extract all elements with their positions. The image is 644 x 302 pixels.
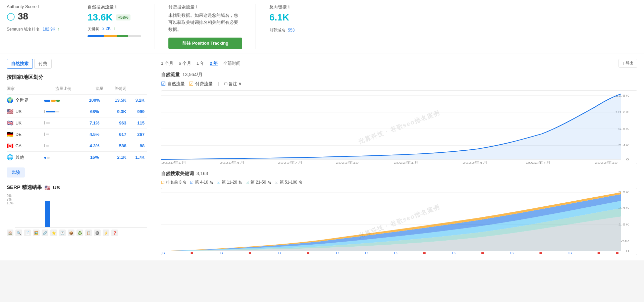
referring-domains-label: 引荐域名 xyxy=(269,28,285,33)
kw-check-4-10: ☑ xyxy=(190,180,194,185)
keywords-chart-area: 光算科技 · 谷歌seo排名案例 3.2K 2.4K 1.6K 792 0 xyxy=(161,188,637,255)
serp-icon-4[interactable]: 🔗 xyxy=(42,230,48,236)
divider-3 xyxy=(256,4,256,49)
traffic-pct-cell: 16% xyxy=(85,152,106,163)
svg-text:G: G xyxy=(336,251,339,255)
main-chart-legend: ☑ 自然流量 ☑ 付费流量 | □ 备注 ∨ xyxy=(161,81,637,87)
svg-text:■: ■ xyxy=(191,251,194,255)
tab-paid[interactable]: 付费 xyxy=(34,59,52,69)
svg-text:■: ■ xyxy=(597,251,600,255)
serp-icon-8[interactable]: ♻️ xyxy=(76,230,83,236)
keywords-count-cell: 999 xyxy=(129,106,147,117)
col-traffic: 流量 xyxy=(85,85,106,95)
keywords-header: 自然搜索关键词 3,163 xyxy=(161,171,637,177)
serp-icon-3[interactable]: 🖼️ xyxy=(33,230,40,236)
serp-icon-5[interactable]: ⭐ xyxy=(50,230,57,236)
kw-check-top3: ☑ xyxy=(161,180,165,185)
main-chart-value: 13,564/月 xyxy=(182,72,203,78)
serp-icon-2[interactable]: 📄 xyxy=(24,230,31,236)
traffic-value-cell: 963 xyxy=(106,117,129,129)
authority-info-icon[interactable]: ℹ xyxy=(38,4,40,9)
organic-traffic-badge: +58% xyxy=(116,14,130,20)
time-1month[interactable]: 1 个月 xyxy=(161,60,173,67)
main-chart-area: 光算科技 · 谷歌seo排名案例 13.6K 10.2K 6.8K 3.4K 0 xyxy=(161,90,637,164)
progress-yellow xyxy=(104,35,117,37)
traffic-value-cell: 617 xyxy=(106,129,129,140)
svg-text:792: 792 xyxy=(620,239,629,243)
compare-button[interactable]: 比较 xyxy=(7,167,25,178)
time-all[interactable]: 全部时间 xyxy=(223,60,240,67)
traffic-value-cell: 13.5K xyxy=(106,95,129,106)
svg-text:2022年1月: 2022年1月 xyxy=(394,161,419,164)
traffic-pct-cell: 100% xyxy=(85,95,106,106)
country-name-cell: 🇺🇸US xyxy=(7,106,44,117)
time-1year[interactable]: 1 年 xyxy=(197,60,205,67)
time-2years[interactable]: 2 年 xyxy=(210,60,218,67)
serp-icon-10[interactable]: 🔘 xyxy=(94,230,101,236)
traffic-pct-cell: 4.3% xyxy=(85,140,106,152)
kw-check-11-20: ☑ xyxy=(217,180,220,185)
traffic-pct-cell: 4.5% xyxy=(85,129,106,140)
export-button[interactable]: ↑ 导出 xyxy=(619,59,637,68)
legend-paid[interactable]: ☑ 付费流量 xyxy=(189,81,213,87)
serp-section: SERP 精选结果 🇺🇸 US 13% 7% 0% 🏠🔍📄🖼️🔗⭐🕐📦♻️📋🔘⚡… xyxy=(7,184,147,236)
organic-traffic-card: 自然搜索流量 ℹ 13.6K +58% 关键词 3.2K ↑ xyxy=(88,4,141,37)
keyword-value: 3.2K xyxy=(102,26,111,32)
serp-icon-6[interactable]: 🕐 xyxy=(59,230,66,236)
kw-legend-4-10[interactable]: ☑ 第 4-10 名 xyxy=(190,180,213,185)
country-name-cell: 🌐其他 xyxy=(7,152,44,163)
traffic-bar-cell xyxy=(44,95,85,106)
left-panel: 自然搜索 付费 按国家/地区划分 国家 流量比例 流量 关键词 🌍全世界 xyxy=(0,53,154,260)
serp-icon-1[interactable]: 🔍 xyxy=(15,230,22,236)
search-tabs: 自然搜索 付费 xyxy=(7,59,147,69)
keywords-count-cell: 115 xyxy=(129,117,147,129)
position-tracking-btn[interactable]: 前往 Position Tracking xyxy=(168,38,242,49)
keyword-info-row: 关键词 3.2K ↑ xyxy=(88,26,141,32)
col-country: 国家 xyxy=(7,85,44,95)
backlinks-card: 反向链接 ℹ 6.1K 引荐域名 553 xyxy=(269,4,323,33)
time-6months[interactable]: 6 个月 xyxy=(179,60,191,67)
serp-icon-12[interactable]: ❓ xyxy=(111,230,118,236)
organic-info-icon[interactable]: ℹ xyxy=(115,5,117,9)
legend-organic[interactable]: ☑ 自然流量 xyxy=(161,81,185,87)
organic-traffic-value-row: 13.6K +58% xyxy=(88,12,141,23)
svg-text:2021年1月: 2021年1月 xyxy=(161,161,186,164)
progress-blue xyxy=(88,35,104,37)
paid-info-icon[interactable]: ℹ xyxy=(196,5,198,9)
traffic-value-cell: 588 xyxy=(106,140,129,152)
export-icon: ↑ xyxy=(622,61,624,66)
keywords-section: 自然搜索关键词 3,163 ☑ 排名前 3 名 ☑ 第 4-10 名 ☑ 第 1… xyxy=(161,171,637,255)
svg-text:■: ■ xyxy=(539,251,542,255)
serp-icon-7[interactable]: 📦 xyxy=(68,230,74,236)
main-chart-section: 自然流量 13,564/月 ☑ 自然流量 ☑ 付费流量 | □ 备注 ∨ xyxy=(161,72,637,164)
svg-text:■: ■ xyxy=(616,251,619,255)
notes-button[interactable]: □ 备注 ∨ xyxy=(224,81,242,87)
serp-icon-0[interactable]: 🏠 xyxy=(7,230,13,236)
kw-legend-11-20[interactable]: ☑ 第 11-20 名 xyxy=(217,180,242,185)
backlinks-info-icon[interactable]: ℹ xyxy=(288,5,290,9)
traffic-bar-cell xyxy=(44,106,85,117)
serp-icon-9[interactable]: 📋 xyxy=(85,230,92,236)
kw-legend-21-50[interactable]: ☑ 第 21-50 名 xyxy=(246,180,271,185)
authority-circle-icon: ◯ xyxy=(7,12,15,21)
keywords-value: 3,163 xyxy=(197,171,208,176)
svg-text:■: ■ xyxy=(481,251,484,255)
svg-text:2021年4月: 2021年4月 xyxy=(219,161,245,164)
keywords-legend: ☑ 排名前 3 名 ☑ 第 4-10 名 ☑ 第 11-20 名 ☑ 第 21-… xyxy=(161,180,637,185)
svg-text:G: G xyxy=(568,251,572,255)
serp-chart-wrapper: 13% 7% 0% xyxy=(7,194,147,228)
authority-score-label: Authority Score ℹ xyxy=(7,4,60,9)
tab-organic[interactable]: 自然搜索 xyxy=(7,59,33,69)
kw-legend-51-100[interactable]: ☑ 第 51-100 名 xyxy=(275,180,303,185)
kw-check-21-50: ☑ xyxy=(246,180,249,185)
progress-green xyxy=(117,35,128,37)
country-name-cell: 🌍全世界 xyxy=(7,95,44,106)
svg-text:G: G xyxy=(278,251,281,255)
serp-icons-row: 🏠🔍📄🖼️🔗⭐🕐📦♻️📋🔘⚡❓ xyxy=(7,230,147,236)
kw-legend-top3[interactable]: ☑ 排名前 3 名 xyxy=(161,180,186,185)
keywords-count-cell: 88 xyxy=(129,140,147,152)
referring-domains-value: 553 xyxy=(288,28,294,33)
svg-text:G: G xyxy=(161,251,165,255)
serp-icon-11[interactable]: ⚡ xyxy=(103,230,109,236)
legend-separator: | xyxy=(218,81,219,86)
